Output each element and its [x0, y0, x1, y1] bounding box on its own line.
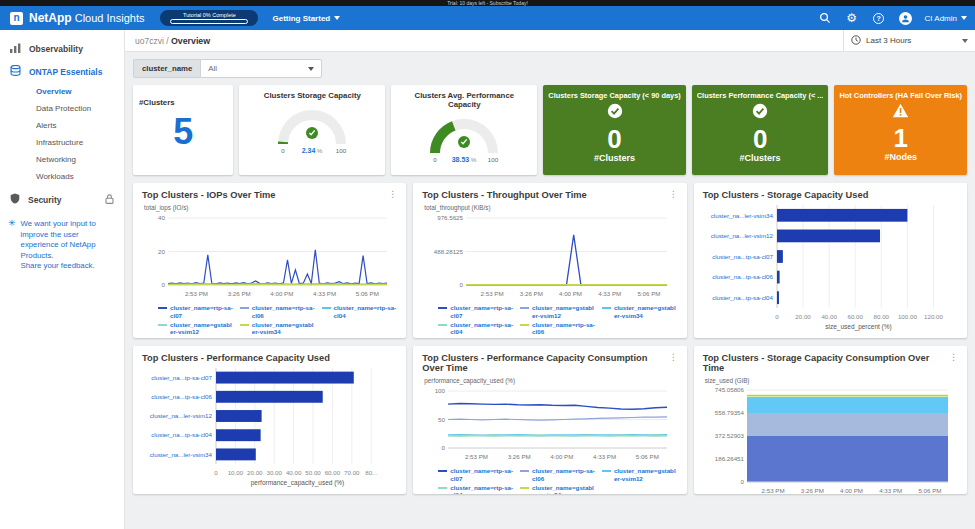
sidebar-item-infrastructure[interactable]: Infrastructure — [0, 134, 124, 151]
sidebar-item-data-protection[interactable]: Data Protection — [0, 100, 124, 117]
svg-text:488.28125: 488.28125 — [434, 248, 464, 255]
help-icon[interactable]: ? — [872, 11, 886, 25]
sidebar-item-alerts[interactable]: Alerts — [0, 117, 124, 134]
chevron-down-icon — [308, 67, 314, 71]
svg-text:5:06 PM: 5:06 PM — [636, 453, 659, 460]
chevron-down-icon — [962, 39, 968, 43]
svg-text:100: 100 — [336, 147, 347, 154]
time-range-selector[interactable]: Last 3 Hours — [843, 30, 975, 51]
svg-text:2:53 PM: 2:53 PM — [761, 487, 784, 494]
svg-text:80.00: 80.00 — [873, 313, 889, 320]
legend-item[interactable]: cluster_name=rtp-sa-cl07 — [438, 304, 514, 320]
avatar[interactable] — [899, 12, 912, 25]
chart-card-iops: Top Clusters - IOPs Over Time ⋮ total_io… — [133, 183, 406, 338]
legend-swatch — [520, 307, 529, 309]
legend-label: cluster_name=gstabler-vsim34 — [252, 321, 316, 337]
kpi-card-clusters[interactable]: #Clusters 5 — [133, 85, 233, 175]
sidebar-item-workloads[interactable]: Workloads — [0, 168, 124, 185]
kpi-card-storage-gauge[interactable]: Clusters Storage Capacity 01002.34 % — [239, 85, 385, 175]
legend-label: cluster_name=rtp-sa-cl07 — [450, 304, 514, 320]
sidebar-item-networking[interactable]: Networking — [0, 151, 124, 168]
svg-text:100.00: 100.00 — [898, 313, 917, 320]
status-card-hot-controllers[interactable]: Hot Controllers (HA Fail Over Risk) 1 #N… — [834, 85, 967, 175]
legend-label: cluster_name=gstabler-vsim12 — [532, 304, 596, 320]
svg-text:cluster_na...ler-vsim34: cluster_na...ler-vsim34 — [150, 451, 213, 458]
svg-text:cluster_na...tp-sa-cl07: cluster_na...tp-sa-cl07 — [151, 374, 212, 381]
kebab-menu-icon[interactable]: ⋮ — [669, 190, 678, 199]
legend-item[interactable]: cluster_name=rtp-sa-cl06 — [520, 321, 596, 337]
feedback-link[interactable]: Share your feedback. — [21, 261, 95, 270]
legend-item[interactable]: cluster_name=rtp-sa-cl04 — [438, 484, 514, 495]
tutorial-progress[interactable]: Tutorial 0% Complete — [160, 10, 258, 26]
svg-text:0: 0 — [214, 469, 218, 476]
svg-text:3:26 PM: 3:26 PM — [800, 487, 823, 494]
svg-text:cluster_na...tp-sa-cl04: cluster_na...tp-sa-cl04 — [712, 294, 773, 301]
svg-text:38.53 %: 38.53 % — [452, 156, 477, 163]
status-card-performance[interactable]: Clusters Performance Capacity (< ... 0 #… — [692, 85, 829, 175]
legend-item[interactable]: cluster_name=rtp-sa-cl04 — [438, 321, 514, 337]
chart-legend: cluster_name=rtp-sa-cl07cluster_name=rtp… — [158, 304, 397, 336]
chart-legend: cluster_name=rtp-sa-cl07cluster_name=gst… — [438, 304, 677, 336]
svg-text:0: 0 — [162, 281, 166, 288]
user-menu[interactable]: CI Admin — [925, 14, 967, 23]
svg-text:3:26 PM: 3:26 PM — [508, 453, 531, 460]
legend-item[interactable]: cluster_name=gstabler-vsim12 — [520, 304, 596, 320]
svg-text:976.5625: 976.5625 — [438, 214, 464, 221]
legend-swatch — [438, 307, 447, 309]
legend-item[interactable]: cluster_name=rtp-sa-cl07 — [438, 467, 514, 483]
breadcrumb-parent[interactable]: uo7czvi — [135, 36, 164, 46]
legend-item[interactable]: cluster_name=rtp-sa-cl07 — [158, 304, 234, 320]
chevron-down-icon — [961, 16, 967, 20]
performance-capacity-bar-chart[interactable]: 010.0020.0030.0040.0050.0060.0070.0080..… — [142, 363, 395, 488]
svg-text:cluster_na...ler-vsim12: cluster_na...ler-vsim12 — [150, 412, 213, 419]
status-card-label: #Nodes — [884, 152, 917, 162]
breadcrumb-bar: uo7czvi / Overview Last 3 Hours — [125, 30, 975, 52]
legend-item[interactable]: cluster_name=rtp-sa-cl04 — [322, 304, 398, 320]
status-card-storage-90days[interactable]: Clusters Storage Capacity (< 90 days) 0 … — [543, 85, 685, 175]
status-card-title: Clusters Storage Capacity (< 90 days) — [548, 91, 680, 100]
chart-card-performance-capacity-used: Top Clusters - Performance Capacity Used… — [133, 346, 406, 494]
legend-item[interactable]: cluster_name=rtp-sa-cl06 — [240, 304, 316, 320]
kpi-row: #Clusters 5 Clusters Storage Capacity 01… — [133, 85, 967, 175]
legend-item[interactable]: cluster_name=gstabler-vsim34 — [520, 484, 596, 495]
kebab-menu-icon[interactable]: ⋮ — [949, 353, 958, 362]
legend-label: cluster_name=rtp-sa-cl04 — [450, 484, 514, 495]
legend-item[interactable]: cluster_name=gstabler-vsim34 — [602, 304, 678, 320]
search-icon[interactable] — [818, 11, 832, 25]
kebab-menu-icon[interactable]: ⋮ — [669, 353, 678, 362]
getting-started-menu[interactable]: Getting Started — [272, 14, 340, 23]
sidebar-item-security[interactable]: Security — [0, 185, 124, 211]
throughput-line-chart[interactable]: 0488.28125976.56252:53 PM3:26 PM4:00 PM4… — [422, 211, 675, 299]
sidebar-item-observability[interactable]: Observability — [0, 38, 124, 60]
svg-text:0: 0 — [434, 156, 438, 163]
legend-item[interactable]: cluster_name=rtp-sa-cl06 — [520, 467, 596, 483]
kpi-card-performance-gauge[interactable]: Clusters Avg. Performance Capacity 01003… — [391, 85, 537, 175]
svg-text:40.00: 40.00 — [286, 469, 302, 476]
svg-text:50: 50 — [438, 416, 445, 423]
legend-item[interactable]: cluster_name=gstabler-vsim34 — [240, 321, 316, 337]
legend-label: cluster_name=rtp-sa-cl07 — [170, 304, 234, 320]
breadcrumb: uo7czvi / Overview — [125, 36, 210, 46]
kpi-title: #Clusters — [139, 98, 175, 107]
svg-text:0: 0 — [740, 478, 744, 485]
iops-line-chart[interactable]: 020402:53 PM3:26 PM4:00 PM4:33 PM5:06 PM — [142, 211, 395, 299]
charts-row-2: Top Clusters - Performance Capacity Used… — [133, 346, 967, 494]
gear-icon[interactable]: ⚙ — [845, 11, 859, 25]
legend-item[interactable]: cluster_name=gstabler-vsim12 — [158, 321, 234, 337]
chart-title: Top Clusters - Performance Capacity Cons… — [422, 353, 668, 373]
filter-value-select[interactable]: All — [200, 59, 322, 78]
lock-icon — [105, 194, 114, 206]
sidebar-item-ontap-essentials[interactable]: ONTAP Essentials — [0, 60, 124, 83]
sidebar-item-overview[interactable]: Overview — [0, 83, 124, 100]
svg-text:4:33 PM: 4:33 PM — [313, 290, 336, 297]
legend-swatch — [602, 307, 611, 309]
legend-item[interactable]: cluster_name=gstabler-vsim12 — [602, 467, 678, 483]
dashboard-content: cluster_name All #Clusters 5 Clusters St… — [125, 52, 975, 529]
storage-consumption-area-chart[interactable]: 0186.26451372.52903558.79354745.058062:5… — [703, 384, 956, 494]
performance-consumption-line-chart[interactable]: 0501002:53 PM3:26 PM4:00 PM4:33 PM5:06 P… — [422, 384, 675, 462]
top-bar: n NetApp Cloud Insights Tutorial 0% Comp… — [0, 6, 975, 30]
storage-capacity-bar-chart[interactable]: 020.0040.0060.0080.00100.00120.00size_us… — [703, 200, 956, 332]
svg-text:4:33 PM: 4:33 PM — [593, 453, 616, 460]
kebab-menu-icon[interactable]: ⋮ — [388, 190, 397, 199]
svg-text:372.52903: 372.52903 — [714, 432, 744, 439]
